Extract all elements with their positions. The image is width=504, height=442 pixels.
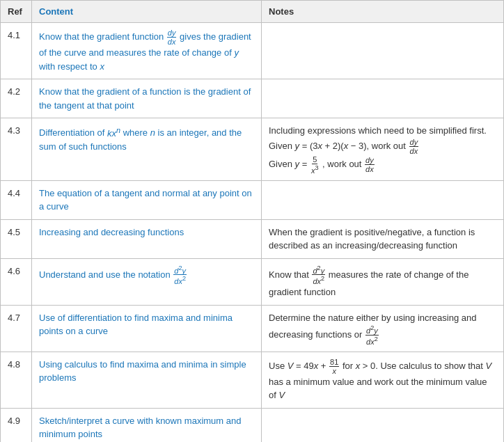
header-content: Content (32, 1, 262, 23)
ref-cell: 4.7 (1, 305, 32, 352)
fraction-dy-dx-4-3a: dy dx (409, 138, 419, 155)
header-ref: Ref (1, 1, 32, 23)
content-cell: Increasing and decreasing functions (32, 219, 262, 258)
fraction-d2y-dx2-notes: d2y dx2 (312, 265, 325, 286)
content-cell: Know that the gradient of a function is … (32, 79, 262, 118)
ref-cell: 4.5 (1, 219, 32, 258)
ref-cell: 4.1 (1, 23, 32, 79)
notes-cell: When the gradient is positive/negative, … (262, 219, 504, 258)
table-row: 4.2 Know that the gradient of a function… (1, 79, 504, 118)
content-cell: Using calculus to find maxima and minima… (32, 352, 262, 408)
main-table: Ref Content Notes 4.1 Know that the grad… (0, 0, 504, 442)
table-row: 4.6 Understand and use the notation d2y … (1, 258, 504, 305)
ref-cell: 4.4 (1, 180, 32, 219)
header-notes: Notes (262, 1, 504, 23)
ref-cell: 4.2 (1, 79, 32, 118)
table-row: 4.8 Using calculus to find maxima and mi… (1, 352, 504, 408)
fraction-d2y-dx2-content: d2y dx2 (173, 265, 187, 286)
fraction-d2y-dx2-4-7: d2y dx2 (365, 324, 379, 346)
table-row: 4.1 Know that the gradient function dy d… (1, 23, 504, 79)
ref-cell: 4.6 (1, 258, 32, 305)
table-row: 4.4 The equation of a tangent and normal… (1, 180, 504, 219)
fraction-dy-dx: dy dx (167, 29, 177, 46)
ref-cell: 4.3 (1, 118, 32, 181)
content-cell: Sketch/interpret a curve with known maxi… (32, 408, 262, 442)
content-cell: Use of differentiation to find maxima an… (32, 305, 262, 352)
table-row: 4.7 Use of differentiation to find maxim… (1, 305, 504, 352)
fraction-81-x: 81 x (329, 358, 339, 375)
content-cell: Differentiation of kxn where n is an int… (32, 118, 262, 181)
content-cell: Know that the gradient function dy dx gi… (32, 23, 262, 79)
content-cell: Understand and use the notation d2y dx2 (32, 258, 262, 305)
table-row: 4.3 Differentiation of kxn where n is an… (1, 118, 504, 181)
notes-cell (262, 408, 504, 442)
notes-cell: Use V = 49x + 81 x for x > 0. Use calcul… (262, 352, 504, 408)
notes-cell (262, 23, 504, 79)
ref-cell: 4.9 (1, 408, 32, 442)
table-row: 4.9 Sketch/interpret a curve with known … (1, 408, 504, 442)
notes-cell: Know that d2y dx2 measures the rate of c… (262, 258, 504, 305)
content-cell: The equation of a tangent and normal at … (32, 180, 262, 219)
ref-cell: 4.8 (1, 352, 32, 408)
notes-cell: Including expressions which need to be s… (262, 118, 504, 181)
table-row: 4.5 Increasing and decreasing functions … (1, 219, 504, 258)
notes-cell (262, 180, 504, 219)
notes-cell (262, 79, 504, 118)
fraction-dy-dx-4-3b: dy dx (365, 156, 375, 173)
notes-cell: Determine the nature either by using inc… (262, 305, 504, 352)
fraction-5-x3: 5 x3 (310, 155, 320, 175)
